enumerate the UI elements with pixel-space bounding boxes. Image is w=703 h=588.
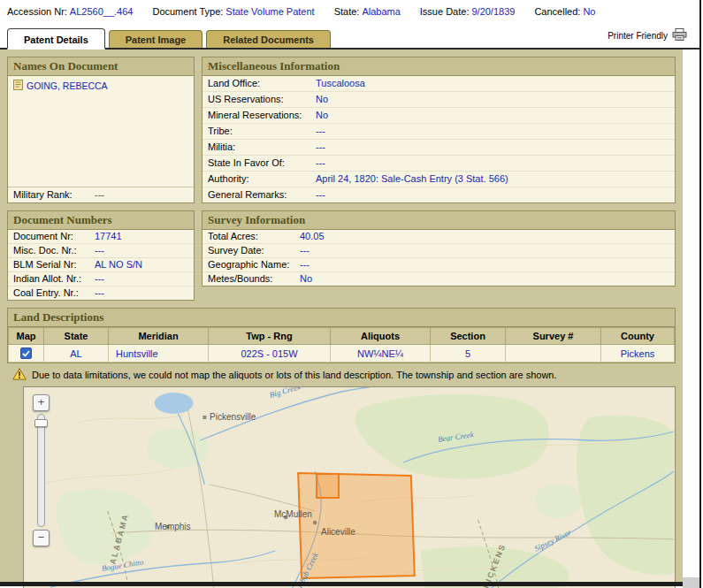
content-area: Names On Document GOING, REBECCA Militar… bbox=[0, 50, 683, 583]
document-numbers-section: Document Numbers Document Nr:17741 Misc.… bbox=[7, 210, 195, 301]
app-window: Accession Nr:AL2560__.464 Document Type:… bbox=[0, 0, 701, 588]
tab-patent-details[interactable]: Patent Details bbox=[7, 28, 105, 50]
patentee-link[interactable]: GOING, REBECCA bbox=[13, 80, 188, 92]
names-on-document-section: Names On Document GOING, REBECCA Militar… bbox=[7, 57, 195, 203]
blm-serial-nr-label: BLM Serial Nr: bbox=[13, 259, 95, 271]
land-descriptions-table: Map State Meridian Twp - Rng Aliquots Se… bbox=[8, 327, 675, 363]
county-cell: Pickens bbox=[601, 345, 675, 363]
miscellaneous-information-title: Miscellaneous Information bbox=[202, 57, 675, 76]
general-remarks-label: General Remarks: bbox=[208, 189, 316, 201]
general-remarks-value: --- bbox=[316, 189, 325, 201]
militia-label: Militia: bbox=[208, 141, 316, 153]
coal-entry-nr-value: --- bbox=[95, 287, 104, 299]
map-canvas[interactable]: Big Creek Pickensville Bear Creek McMull… bbox=[23, 386, 676, 588]
authority-value: April 24, 1820: Sale-Cash Entry (3 Stat.… bbox=[316, 173, 508, 185]
land-office-row: Land Office:Tuscaloosa bbox=[202, 76, 675, 92]
land-table-header-row: Map State Meridian Twp - Rng Aliquots Se… bbox=[9, 328, 675, 345]
map-label-aliceville: Aliceville bbox=[321, 527, 355, 537]
issue-date-value: 9/20/1839 bbox=[471, 6, 515, 17]
zoom-out-button[interactable]: − bbox=[33, 530, 50, 546]
document-type-value: State Volume Patent bbox=[225, 6, 314, 17]
land-office-value: Tuscaloosa bbox=[316, 78, 365, 89]
col-section: Section bbox=[431, 328, 506, 345]
zoom-control: + − bbox=[33, 394, 50, 546]
meridian-cell: Huntsville bbox=[109, 345, 209, 363]
military-rank-value: --- bbox=[95, 189, 104, 201]
zoom-slider-handle[interactable] bbox=[34, 419, 48, 427]
document-type-field: Document Type:State Volume Patent bbox=[152, 6, 314, 17]
blm-serial-nr-value: AL NO S/N bbox=[95, 259, 142, 271]
scrollbar-corner bbox=[683, 577, 699, 588]
land-descriptions-section: Land Descriptions Map State Meridian Twp… bbox=[7, 308, 676, 363]
survey-information-section: Survey Information Total Acres:40.05 Sur… bbox=[202, 210, 676, 286]
misc-doc-nr-value: --- bbox=[95, 245, 104, 256]
us-reservations-value: No bbox=[316, 94, 328, 105]
state-field: State:Alabama bbox=[334, 6, 401, 17]
military-rank-row: Military Rank: --- bbox=[8, 187, 194, 202]
metes-bounds-row: Metes/Bounds:No bbox=[202, 272, 675, 286]
document-nr-label: Document Nr: bbox=[13, 231, 95, 242]
geographic-name-label: Geographic Name: bbox=[208, 259, 300, 271]
mineral-reservations-value: No bbox=[316, 110, 328, 121]
total-acres-label: Total Acres: bbox=[208, 231, 300, 242]
accession-value: AL2560__.464 bbox=[70, 6, 134, 17]
militia-value: --- bbox=[316, 141, 325, 153]
geographic-name-row: Geographic Name:--- bbox=[202, 258, 675, 272]
general-remarks-row: General Remarks:--- bbox=[202, 187, 675, 202]
map-checkbox[interactable] bbox=[20, 347, 32, 359]
survey-date-value: --- bbox=[300, 245, 309, 256]
names-list: GOING, REBECCA bbox=[8, 76, 194, 187]
document-type-label: Document Type: bbox=[152, 6, 223, 17]
map-label-memphis: Memphis bbox=[155, 522, 191, 531]
col-twp-rng: Twp - Rng bbox=[209, 328, 331, 345]
tab-patent-image[interactable]: Patent Image bbox=[109, 30, 202, 48]
twp-rng-cell: 022S - 015W bbox=[209, 345, 331, 363]
tab-related-documents[interactable]: Related Documents bbox=[206, 30, 331, 48]
coal-entry-nr-label: Coal Entry. Nr.: bbox=[13, 287, 95, 299]
tribe-value: --- bbox=[316, 126, 325, 137]
authority-row: Authority:April 24, 1820: Sale-Cash Entr… bbox=[202, 172, 675, 187]
land-descriptions-title: Land Descriptions bbox=[8, 309, 675, 327]
indian-allot-nr-label: Indian Allot. Nr.: bbox=[13, 273, 95, 285]
state-value: Alabama bbox=[362, 6, 400, 17]
militia-row: Militia:--- bbox=[202, 140, 675, 156]
warning-icon bbox=[12, 368, 27, 382]
zoom-slider-track[interactable] bbox=[37, 414, 45, 527]
names-on-document-title: Names On Document bbox=[8, 57, 194, 76]
authority-label: Authority: bbox=[208, 173, 316, 185]
military-rank-label: Military Rank: bbox=[13, 189, 95, 201]
total-acres-value: 40.05 bbox=[300, 231, 325, 242]
miscellaneous-information-section: Miscellaneous Information Land Office:Tu… bbox=[202, 57, 676, 203]
total-acres-row: Total Acres:40.05 bbox=[202, 230, 675, 244]
printer-friendly-button[interactable]: Printer Friendly bbox=[607, 28, 687, 42]
survey-date-label: Survey Date: bbox=[208, 245, 300, 256]
accession-field: Accession Nr:AL2560__.464 bbox=[7, 6, 133, 17]
printer-friendly-label: Printer Friendly bbox=[607, 31, 668, 41]
tab-strip: Patent Details Patent Image Related Docu… bbox=[0, 23, 699, 50]
section-highlight bbox=[317, 474, 339, 498]
col-county: County bbox=[601, 328, 675, 345]
document-nr-row: Document Nr:17741 bbox=[8, 230, 194, 244]
geographic-name-value: --- bbox=[300, 259, 309, 271]
state-in-favor-label: State In Favor Of: bbox=[208, 157, 316, 169]
section-cell: 5 bbox=[431, 345, 506, 363]
blm-serial-nr-row: BLM Serial Nr:AL NO S/N bbox=[8, 258, 194, 272]
map-checkbox-cell bbox=[9, 345, 44, 363]
state-in-favor-value: --- bbox=[316, 157, 325, 169]
mineral-reservations-row: Mineral Reservations:No bbox=[202, 108, 675, 124]
accession-label: Accession Nr: bbox=[7, 6, 67, 17]
table-row: AL Huntsville 022S - 015W NW¼NE¼ 5 Picke… bbox=[9, 345, 675, 363]
survey-cell bbox=[506, 345, 601, 363]
cancelled-value: No bbox=[583, 6, 595, 17]
issue-date-field: Issue Date:9/20/1839 bbox=[420, 6, 516, 17]
issue-date-label: Issue Date: bbox=[420, 6, 470, 17]
record-header: Accession Nr:AL2560__.464 Document Type:… bbox=[0, 0, 699, 23]
col-aliquots: Aliquots bbox=[331, 328, 431, 345]
us-reservations-label: US Reservations: bbox=[208, 94, 316, 105]
zoom-in-button[interactable]: + bbox=[33, 394, 50, 411]
printer-icon bbox=[672, 28, 687, 42]
col-survey: Survey # bbox=[506, 328, 601, 345]
survey-date-row: Survey Date:--- bbox=[202, 244, 675, 258]
map-label-mcmullen: McMullen bbox=[274, 509, 312, 519]
state-in-favor-row: State In Favor Of:--- bbox=[202, 156, 675, 172]
